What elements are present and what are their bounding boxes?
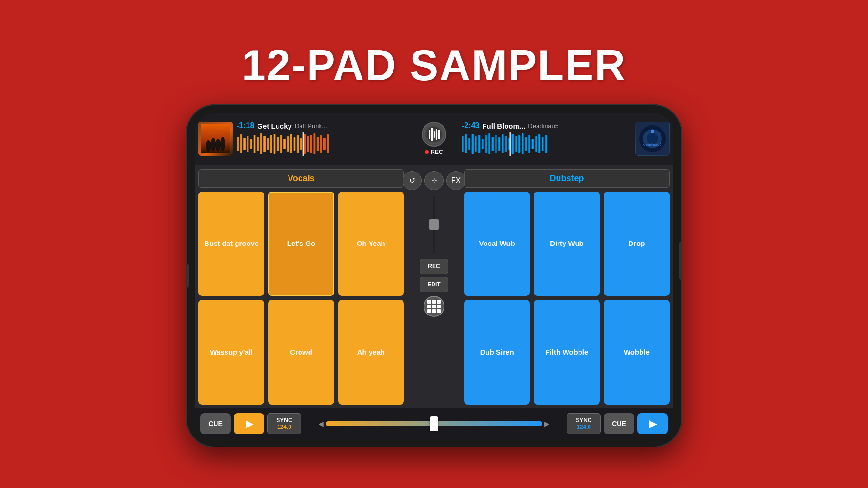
pad-dirty-wub[interactable]: Dirty Wub <box>534 192 599 296</box>
svg-rect-16 <box>267 138 269 150</box>
pad-filth-wobble[interactable]: Filth Wobble <box>534 300 599 405</box>
svg-point-4 <box>215 139 221 151</box>
svg-rect-14 <box>260 133 262 154</box>
deck-left-title: Get Lucky <box>257 122 292 130</box>
deck-right-title: Full Bloom... <box>482 122 525 130</box>
phone-side-button <box>186 264 189 288</box>
svg-rect-17 <box>270 135 272 152</box>
svg-rect-45 <box>491 137 494 151</box>
pad-vocal-wub[interactable]: Vocal Wub <box>464 192 530 296</box>
mixer-icon: ⊹ <box>431 176 437 185</box>
phone-power-button <box>679 242 682 280</box>
svg-rect-25 <box>297 135 299 152</box>
svg-point-3 <box>211 138 216 151</box>
cue-button-right[interactable]: CUE <box>604 413 634 434</box>
svg-rect-8 <box>240 134 242 153</box>
svg-rect-11 <box>250 139 252 149</box>
loop-icon: ↺ <box>409 176 415 185</box>
album-art-right: deadmau5 <box>635 122 670 156</box>
svg-rect-7 <box>237 137 239 151</box>
transport-center: ◀ ▶ <box>319 420 549 427</box>
svg-rect-57 <box>531 139 534 149</box>
pad-lets-go[interactable]: Let's Go <box>268 192 334 296</box>
pad-ah-yeah[interactable]: Ah yeah <box>338 300 404 405</box>
sync-label-left: SYNC <box>276 417 292 424</box>
center-controls-row: ↺ ⊹ FX <box>403 171 465 190</box>
sync-bpm-right: 124.0 <box>577 424 591 430</box>
deck-area: -1:18 Get Lucky Daft Punk... <box>195 113 673 165</box>
svg-rect-32 <box>320 135 322 152</box>
pad-crowd[interactable]: Crowd <box>268 300 334 405</box>
svg-rect-37 <box>465 134 467 153</box>
pad-dub-siren[interactable]: Dub Siren <box>464 300 530 405</box>
svg-rect-47 <box>498 137 500 151</box>
play-button-left[interactable]: ▶ <box>234 413 264 434</box>
deck-right-artist: Deadmau5 <box>528 122 558 130</box>
sync-bpm-left: 124.0 <box>277 424 291 430</box>
fx-label: FX <box>451 176 461 185</box>
svg-rect-26 <box>300 138 302 150</box>
category-label-vocals: Vocals <box>198 169 404 188</box>
grid-button[interactable] <box>424 296 444 317</box>
svg-rect-54 <box>522 133 524 154</box>
svg-rect-46 <box>495 135 497 153</box>
transport-area: CUE ▶ SYNC 124.0 ◀ ▶ SYNC <box>195 408 673 439</box>
loop-button[interactable]: ↺ <box>403 171 422 190</box>
sampler-center: ↺ ⊹ FX REC <box>408 169 460 405</box>
svg-rect-51 <box>511 134 514 154</box>
horizontal-crossfader[interactable] <box>326 421 542 426</box>
svg-rect-1 <box>201 124 230 153</box>
sampler-area: Vocals Bust dat groove Let's Go Oh Yeah … <box>195 165 673 408</box>
svg-rect-41 <box>478 135 480 153</box>
vertical-crossfader[interactable] <box>433 194 435 255</box>
grid-icon <box>427 300 441 313</box>
category-label-dubstep: Dubstep <box>464 169 670 188</box>
svg-rect-33 <box>323 138 326 150</box>
phone-device: -1:18 Get Lucky Daft Punk... <box>186 104 682 447</box>
svg-point-67 <box>651 130 654 133</box>
svg-point-5 <box>220 137 225 151</box>
crossfader-h-thumb <box>430 416 438 431</box>
pad-bust-dat-groove[interactable]: Bust dat groove <box>198 192 264 296</box>
page-title: 12-PAD SAMPLER <box>242 41 626 90</box>
album-art-left <box>198 122 233 156</box>
rec-edit-buttons: REC EDIT <box>420 259 448 292</box>
svg-rect-21 <box>283 139 286 149</box>
center-deck: REC <box>410 113 458 165</box>
svg-point-2 <box>206 140 211 152</box>
deck-left-artist: Daft Punk... <box>295 122 327 130</box>
pads-grid-right: Vocal Wub Dirty Wub Drop Dub Siren Filth… <box>464 192 670 405</box>
fx-button[interactable]: FX <box>446 171 465 190</box>
pads-grid-left: Bust dat groove Let's Go Oh Yeah Wassup … <box>198 192 404 405</box>
svg-rect-23 <box>290 134 292 153</box>
edit-button[interactable]: EDIT <box>420 277 448 292</box>
rec-button[interactable]: REC <box>420 259 448 274</box>
sync-box-left[interactable]: SYNC 124.0 <box>267 413 301 434</box>
svg-rect-12 <box>254 135 256 153</box>
cue-button-left[interactable]: CUE <box>200 413 231 434</box>
sync-box-right[interactable]: SYNC 124.0 <box>567 413 601 434</box>
deck-right-time: -2:43 <box>462 122 479 130</box>
svg-rect-48 <box>502 134 504 153</box>
pad-wassup-yall[interactable]: Wassup y'all <box>198 300 264 405</box>
deck-left-time: -1:18 <box>237 122 254 130</box>
sync-label-right: SYNC <box>576 417 591 424</box>
svg-rect-20 <box>280 135 282 153</box>
svg-rect-61 <box>545 135 547 152</box>
pad-oh-yeah[interactable]: Oh Yeah <box>338 192 404 296</box>
svg-rect-52 <box>515 136 517 152</box>
svg-rect-15 <box>263 136 266 152</box>
transport-right: SYNC 124.0 CUE ▶ <box>552 413 668 434</box>
svg-rect-40 <box>475 136 477 152</box>
svg-rect-13 <box>257 137 259 151</box>
sampler-right: Dubstep Vocal Wub Dirty Wub Drop Dub Sir… <box>464 169 670 405</box>
svg-rect-30 <box>313 133 315 154</box>
svg-rect-43 <box>485 135 487 152</box>
svg-text:deadmau5: deadmau5 <box>643 142 661 147</box>
deck-right: -2:43 Full Bloom... Deadmau5 <box>458 113 673 165</box>
mixer-button[interactable]: ⊹ <box>424 171 444 190</box>
transport-left: CUE ▶ SYNC 124.0 <box>200 413 316 434</box>
play-button-right[interactable]: ▶ <box>637 413 668 434</box>
pad-drop[interactable]: Drop <box>604 192 670 296</box>
pad-wobble[interactable]: Wobble <box>604 300 670 405</box>
